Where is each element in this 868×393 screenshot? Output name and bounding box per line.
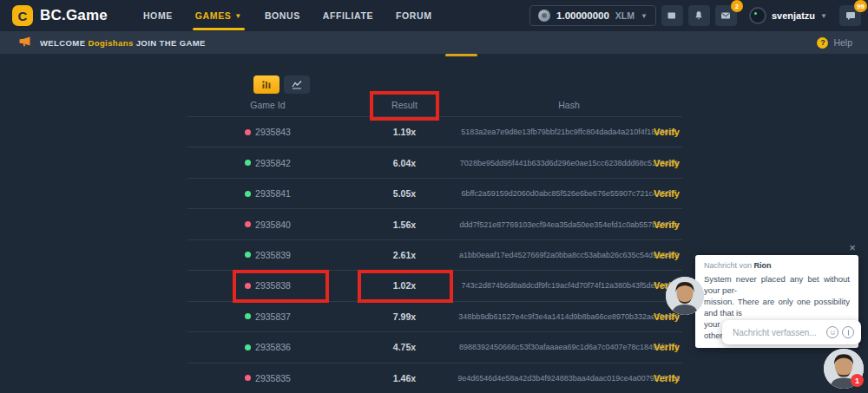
help-button[interactable]: ? Help xyxy=(817,37,868,49)
verify-link[interactable]: Verify xyxy=(654,158,680,168)
info-icon[interactable] xyxy=(842,326,854,338)
result-cell: 5.05x xyxy=(348,179,461,208)
megaphone-icon xyxy=(19,35,31,50)
nav-item-forum[interactable]: FORUM xyxy=(385,0,444,31)
chat-sender: Rion xyxy=(754,261,772,270)
help-label: Help xyxy=(833,37,852,48)
status-dot xyxy=(245,252,251,258)
header-hash: Hash xyxy=(458,94,680,116)
verify-cell: Verify xyxy=(641,179,693,208)
verify-link[interactable]: Verify xyxy=(654,342,680,352)
verify-cell: Verify xyxy=(641,209,693,239)
brand-logo-icon: C xyxy=(12,5,33,26)
username: svenjatzu xyxy=(772,10,815,21)
verify-cell: Verify xyxy=(641,147,693,177)
status-dot xyxy=(245,221,251,227)
result-cell: 1.46x xyxy=(348,364,461,393)
chevron-down-icon: ▼ xyxy=(234,12,242,20)
nav-item-games[interactable]: GAMES▼ xyxy=(184,0,253,31)
status-dot xyxy=(245,313,251,319)
result-value: 2.61x xyxy=(393,250,416,260)
messages-button[interactable]: 2 xyxy=(715,5,737,26)
tab-trend-chart[interactable] xyxy=(284,75,310,94)
nav-item-label: AFFILIATE xyxy=(323,10,373,21)
table-row: 2935842 6.04x 7028be95dd95f441b633d6d296… xyxy=(187,147,682,177)
bar-chart-icon xyxy=(261,77,272,93)
result-cell: 1.19x xyxy=(348,117,461,147)
game-id-value: 2935840 xyxy=(255,219,291,230)
chat-unread-badge: 1 xyxy=(851,374,864,387)
nav-item-bonus[interactable]: BONUS xyxy=(253,0,312,31)
status-dot xyxy=(245,191,251,197)
balance-amount: 1.00000000 xyxy=(556,10,609,21)
header-game-id: Game Id xyxy=(187,94,348,116)
table-row: 2935839 2.61x a1bb0eaaf17ed4527669f2a0bb… xyxy=(187,239,682,270)
bell-icon xyxy=(694,10,704,21)
annotation-box-result-header xyxy=(370,91,439,121)
verify-link[interactable]: Verify xyxy=(654,250,680,260)
mail-icon xyxy=(720,10,731,21)
table-row: 2935843 1.19x 5183a2ea7e9d8e13fb79bbf21b… xyxy=(187,116,682,147)
tab-bar-chart[interactable] xyxy=(253,75,279,94)
nav-item-home[interactable]: HOME xyxy=(132,0,184,31)
result-cell: 2.61x xyxy=(348,240,461,270)
game-id-cell: 2935839 xyxy=(187,240,348,270)
chat-close-icon[interactable]: × xyxy=(846,242,858,254)
chat-message-line: mission. There are only one possibility … xyxy=(704,296,850,318)
verify-cell: Verify xyxy=(641,117,693,147)
mail-badge: 2 xyxy=(731,0,743,12)
main-menu: HOMEGAMES▼BONUSAFFILIATEFORUM xyxy=(132,0,444,31)
verify-link[interactable]: Verify xyxy=(654,373,680,383)
chat-message-input[interactable] xyxy=(733,328,823,337)
balance-dropdown[interactable]: 1.00000000 XLM ▼ xyxy=(529,5,656,26)
chat-badge: 99 xyxy=(854,0,867,12)
emoji-icon[interactable] xyxy=(826,326,838,338)
chat-message-title: Nachricht von Rion xyxy=(704,261,850,270)
status-dot xyxy=(245,375,251,381)
annotation-box-game-id xyxy=(233,270,329,303)
table-row: 2935837 7.99x 348bb9db61527e4c9f3e4a1414… xyxy=(187,301,682,331)
game-id-value: 2935837 xyxy=(255,311,291,322)
site-chat-button[interactable]: 99 xyxy=(839,5,861,26)
verify-cell: Verify xyxy=(641,332,693,362)
game-id-value: 2935843 xyxy=(255,127,291,137)
xlm-coin-icon xyxy=(538,10,550,22)
game-id-cell: 2935841 xyxy=(187,179,348,208)
line-chart-icon xyxy=(292,77,302,93)
verify-link[interactable]: Verify xyxy=(654,127,680,137)
verify-link[interactable]: Verify xyxy=(654,188,680,199)
nav-item-affiliate[interactable]: AFFILIATE xyxy=(312,0,385,31)
table-row: 2935840 1.56x ddd7f521e87769103ecf94ea35… xyxy=(187,208,682,239)
history-view-tabs xyxy=(253,75,310,94)
game-id-cell: 2935843 xyxy=(187,117,348,147)
game-id-value: 2935839 xyxy=(255,250,291,260)
nav-right: 1.00000000 XLM ▼ 2 svenjatzu ▼ xyxy=(529,5,868,26)
result-cell: 1.56x xyxy=(348,209,461,239)
game-id-value: 2935835 xyxy=(255,373,291,383)
game-id-value: 2935841 xyxy=(255,188,291,199)
announcement-bar: WELCOME Dogishans JOIN THE GAME ? Help xyxy=(0,31,868,54)
status-dot xyxy=(245,129,251,135)
wallet-button[interactable] xyxy=(661,5,683,26)
announcement-username: Dogishans xyxy=(88,38,133,48)
table-row: 2935841 5.05x 6bffc2a59159d2060d0abc85f5… xyxy=(187,178,682,208)
game-id-cell: 2935840 xyxy=(187,209,348,239)
result-value: 1.56x xyxy=(393,219,416,230)
nav-item-label: BONUS xyxy=(265,10,300,21)
chat-input-box xyxy=(722,320,861,344)
result-value: 1.19x xyxy=(393,127,416,137)
brand-logo[interactable]: C BC.Game xyxy=(0,5,108,26)
brand-name: BC.Game xyxy=(40,7,108,24)
user-avatar xyxy=(749,7,766,24)
user-menu[interactable]: svenjatzu ▼ xyxy=(749,7,827,24)
game-id-cell: 2935835 xyxy=(187,364,348,393)
result-cell: 7.99x xyxy=(348,302,461,331)
balance-currency: XLM xyxy=(615,10,635,21)
result-value: 6.04x xyxy=(393,158,416,168)
verify-link[interactable]: Verify xyxy=(654,219,680,230)
chevron-down-icon: ▼ xyxy=(641,12,648,20)
announcement-text: WELCOME Dogishans JOIN THE GAME xyxy=(40,38,206,48)
top-nav: C BC.Game HOMEGAMES▼BONUSAFFILIATEFORUM … xyxy=(0,0,868,31)
notifications-button[interactable] xyxy=(688,5,710,26)
status-dot xyxy=(245,160,251,166)
